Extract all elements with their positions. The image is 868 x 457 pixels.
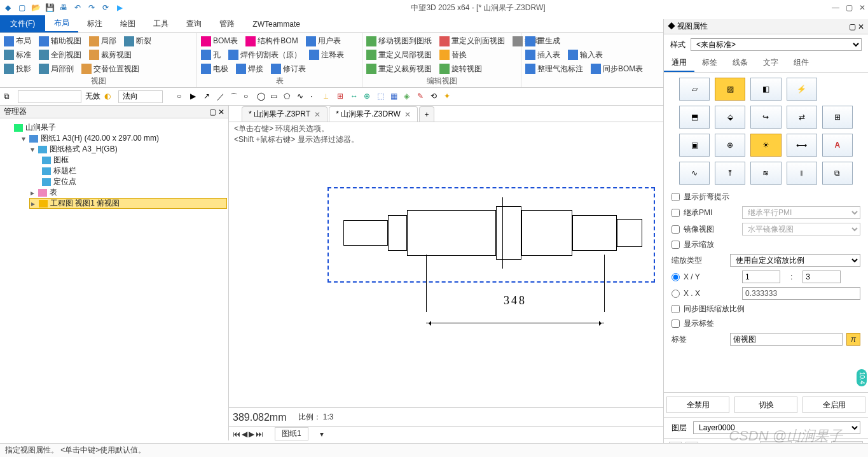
xy-b-input[interactable] bbox=[803, 271, 841, 283]
orient-icon[interactable]: ◐ bbox=[104, 92, 114, 102]
cmd-altpos[interactable]: 交替位置视图 bbox=[81, 64, 139, 74]
tool-icon[interactable]: ⬚ bbox=[377, 92, 387, 102]
ptab-comp[interactable]: 组件 bbox=[786, 55, 816, 72]
cmd-redefdetail[interactable]: 重定义局部视图 bbox=[366, 50, 432, 60]
maximize-icon[interactable]: ▢ bbox=[846, 3, 853, 12]
disp-icon[interactable]: ≋ bbox=[750, 162, 781, 185]
chk-pmi[interactable] bbox=[672, 209, 680, 217]
disp-icon[interactable]: ⟷ bbox=[787, 134, 817, 157]
label-input[interactable] bbox=[730, 333, 843, 346]
tool-icon[interactable]: ↗ bbox=[203, 92, 214, 102]
chk-zoom[interactable] bbox=[672, 241, 680, 249]
disp-icon[interactable]: ⊕ bbox=[715, 134, 745, 157]
tool-icon[interactable]: ▦ bbox=[390, 92, 401, 102]
cmd-regen[interactable]: 重生成 bbox=[525, 36, 560, 46]
print-icon[interactable]: 🖶 bbox=[59, 3, 69, 13]
disp-icon[interactable]: ↪ bbox=[750, 106, 781, 129]
tool-icon[interactable]: ▶ bbox=[190, 92, 200, 102]
close-icon[interactable]: ✕ bbox=[218, 108, 224, 116]
cmd-section[interactable]: 全剖视图 bbox=[39, 50, 81, 60]
pin-icon[interactable]: ▢ bbox=[849, 22, 856, 31]
close-icon[interactable]: ✕ bbox=[404, 110, 411, 119]
xx-input[interactable] bbox=[742, 287, 860, 300]
tree-node-selected[interactable]: 工程图 视图1 俯视图 bbox=[50, 198, 120, 209]
disp-shaded-icon[interactable]: ◧ bbox=[750, 78, 781, 101]
disp-hidden-icon[interactable]: ▨ bbox=[715, 78, 745, 101]
undo-icon[interactable]: ↶ bbox=[72, 3, 83, 13]
disp-icon[interactable]: ▣ bbox=[679, 134, 710, 157]
btn-enable-all[interactable]: 全启用 bbox=[803, 397, 865, 413]
ptab-general[interactable]: 通用 bbox=[664, 55, 694, 72]
btn-disable-all[interactable]: 全禁用 bbox=[666, 397, 729, 413]
sheet-menu-icon[interactable]: ▾ bbox=[320, 430, 324, 439]
tree-node[interactable]: 表 bbox=[50, 187, 57, 198]
tab-pipe[interactable]: 管路 bbox=[210, 15, 244, 32]
next-icon[interactable]: ▶ bbox=[249, 430, 254, 439]
tool-icon[interactable]: ○ bbox=[244, 92, 254, 102]
tree-node[interactable]: 标题栏 bbox=[53, 165, 76, 176]
tool-icon[interactable]: ⟲ bbox=[431, 92, 441, 102]
tool-icon[interactable]: ✎ bbox=[417, 92, 427, 102]
close-icon[interactable]: ✕ bbox=[859, 3, 865, 12]
close-icon[interactable]: ✕ bbox=[314, 110, 320, 119]
cmd-redefcrop[interactable]: 重定义裁剪视图 bbox=[366, 64, 432, 74]
cmd-weld[interactable]: 焊接 bbox=[236, 64, 263, 74]
sheet-tab[interactable]: 图纸1 bbox=[275, 427, 308, 440]
tool-icon[interactable]: ✦ bbox=[444, 92, 454, 102]
cmd-syncbom[interactable]: 同步BOM表 bbox=[591, 64, 643, 74]
radio-xy[interactable] bbox=[672, 273, 680, 281]
fx-icon[interactable]: π bbox=[846, 333, 860, 346]
cmd-importtbl[interactable]: 输入表 bbox=[568, 50, 603, 60]
cmd-rotateview[interactable]: 旋转视图 bbox=[439, 64, 482, 74]
cmd-layout[interactable]: 布局 bbox=[4, 36, 31, 46]
disp-icon[interactable]: ∿ bbox=[679, 162, 710, 185]
cmd-usertbl[interactable]: 用户表 bbox=[306, 36, 341, 46]
disp-icon[interactable]: ⇄ bbox=[787, 106, 817, 129]
tab-draw[interactable]: 绘图 bbox=[111, 15, 144, 32]
cmd-proj[interactable]: 投影 bbox=[4, 64, 31, 74]
tree-node[interactable]: 图纸1 A3(H) (420.00 x 297.00 mm) bbox=[41, 133, 159, 144]
disp-icon[interactable]: ⬙ bbox=[715, 106, 745, 129]
tree-node[interactable]: 定位点 bbox=[53, 176, 76, 187]
cmd-std[interactable]: 标准 bbox=[4, 50, 31, 60]
prev-icon[interactable]: ◀ bbox=[242, 430, 247, 439]
file-menu[interactable]: 文件(F) bbox=[0, 15, 45, 32]
disp-icon[interactable]: ⧉ bbox=[822, 162, 853, 185]
tool-icon[interactable]: ↔ bbox=[350, 92, 361, 102]
disp-icon[interactable]: ⫴ bbox=[787, 162, 817, 185]
layer-select[interactable]: Layer0000 bbox=[693, 421, 860, 434]
btn-toggle[interactable]: 切换 bbox=[734, 397, 797, 413]
tab-layout[interactable]: 布局 bbox=[45, 15, 78, 32]
disp-icon[interactable]: A bbox=[822, 134, 853, 157]
xy-a-input[interactable] bbox=[742, 271, 780, 283]
tool-icon[interactable]: · bbox=[310, 92, 320, 102]
disp-icon[interactable]: ⤒ bbox=[715, 162, 745, 185]
cmd-redefsection[interactable]: 重定义剖面视图 bbox=[439, 36, 505, 46]
tool-icon[interactable]: ⬠ bbox=[284, 92, 294, 102]
disp-icon[interactable]: ☀ bbox=[750, 134, 781, 157]
chk-sync[interactable] bbox=[672, 305, 680, 313]
close-icon[interactable]: ✕ bbox=[858, 22, 864, 31]
orient-combo[interactable]: 法向 bbox=[118, 90, 163, 103]
cmd-localsec[interactable]: 局部剖 bbox=[39, 64, 74, 74]
tab-annotate[interactable]: 标注 bbox=[78, 15, 111, 32]
doc-tab-active[interactable]: * 山涧果子.Z3DRW✕ bbox=[329, 106, 418, 122]
tool-icon[interactable]: ▭ bbox=[270, 92, 280, 102]
tab-tools[interactable]: 工具 bbox=[144, 15, 177, 32]
ptab-lines[interactable]: 线条 bbox=[725, 55, 755, 72]
tab-query[interactable]: 查询 bbox=[177, 15, 210, 32]
tool-icon[interactable]: ⌒ bbox=[230, 92, 240, 102]
dimension[interactable]: 348 bbox=[426, 294, 604, 308]
cmd-moveview[interactable]: 移动视图到图纸 bbox=[366, 36, 432, 46]
open-icon[interactable]: 📂 bbox=[31, 3, 41, 13]
first-icon[interactable]: ⏮ bbox=[233, 430, 240, 439]
radio-xx[interactable] bbox=[672, 290, 680, 298]
cmd-notetbl[interactable]: 注释表 bbox=[309, 50, 344, 60]
feature-tree[interactable]: 山涧果子 ▾图纸1 A3(H) (420.00 x 297.00 mm) ▾图纸… bbox=[0, 121, 228, 440]
tool-icon[interactable]: ○ bbox=[177, 92, 187, 102]
cmd-detail[interactable]: 局部 bbox=[89, 36, 116, 46]
doc-tab[interactable]: * 山涧果子.Z3PRT✕ bbox=[242, 106, 327, 122]
add-tab[interactable]: + bbox=[419, 106, 434, 122]
chk-fold[interactable] bbox=[672, 193, 680, 201]
cmd-hole[interactable]: 孔 bbox=[201, 50, 221, 60]
